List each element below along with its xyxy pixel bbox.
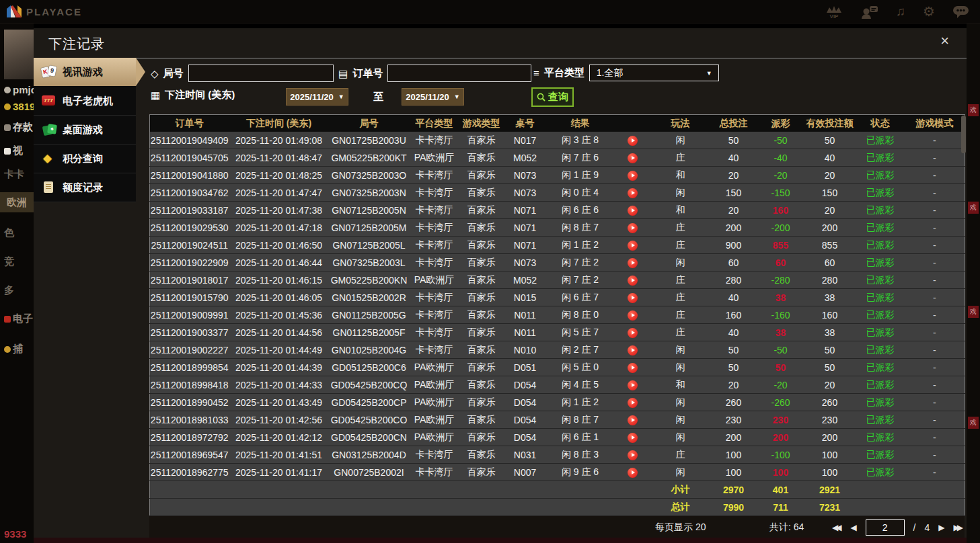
music-note-icon[interactable] [896, 4, 905, 19]
to-label: 至 [373, 91, 383, 103]
grand-total-bet: 7990 [710, 499, 758, 516]
cell-result: 闲 7 庄 6 [547, 149, 614, 167]
cell-round: GD05425B200CO [329, 411, 410, 429]
cell-mode: - [905, 289, 965, 306]
cell-round: GN07125B2005L [329, 237, 410, 254]
query-button[interactable]: 查询 [531, 87, 574, 107]
grand-total-row: 总计79907117231 [150, 499, 965, 516]
play-video-icon[interactable] [628, 258, 638, 268]
close-icon[interactable]: × [940, 34, 949, 48]
table-row: 2511200190033772025-11-20 01:44:56GN0112… [150, 324, 965, 341]
table-row: 2511200190245112025-11-20 01:46:50GN0712… [150, 237, 965, 254]
time-filter-label-group: 下注时间 (美东) [151, 89, 235, 101]
cell-payout: -260 [758, 394, 804, 411]
col-header-11: 派彩 [758, 115, 804, 132]
cell-payout: -40 [758, 149, 804, 167]
cell-mode: - [905, 306, 965, 324]
cell-mode: - [905, 464, 965, 481]
cell-order: 251120018981033 [150, 411, 229, 429]
sidebar-item-doc[interactable]: 额度记录 [34, 173, 136, 202]
cell-order: 251120019022909 [150, 254, 229, 272]
cell-mode: - [905, 341, 965, 359]
play-video-icon[interactable] [628, 433, 638, 443]
next-page-icon[interactable] [938, 521, 944, 534]
vip-crown-icon[interactable]: VIP [825, 4, 843, 19]
play-video-icon[interactable] [628, 310, 638, 321]
date-to-select[interactable]: 2025/11/20 ▼ [402, 88, 464, 106]
cell-platform: PA欧洲厅 [410, 359, 459, 376]
play-video-icon[interactable] [628, 136, 638, 146]
order-input[interactable] [387, 65, 531, 82]
cell-valid: 100 [804, 464, 856, 481]
sidebar-item-table-games[interactable]: 桌面游戏 [34, 116, 136, 144]
cell-bet: 50 [710, 132, 758, 149]
play-video-icon[interactable] [628, 468, 638, 478]
play-video-icon[interactable] [628, 153, 638, 163]
magnifier-icon [537, 93, 545, 101]
date-from-select[interactable]: 2025/11/20 ▼ [286, 88, 348, 106]
cell-platform: PA欧洲厅 [410, 394, 459, 411]
page-number-input[interactable] [866, 519, 905, 536]
bg-badge: 戏 [968, 306, 979, 318]
play-video-icon[interactable] [628, 276, 638, 286]
play-video-icon[interactable] [628, 398, 638, 408]
platform-select[interactable]: 1.全部 ▼ [589, 65, 719, 81]
cell-time: 2025-11-20 01:44:56 [229, 324, 329, 341]
cell-platform: PA欧洲厅 [410, 376, 459, 394]
cell-play: 和 [652, 376, 710, 394]
support-icon[interactable] [861, 5, 878, 19]
cell-table: D054 [504, 411, 547, 429]
play-video-icon[interactable] [628, 188, 638, 198]
cell-table: N031 [504, 446, 547, 464]
play-video-icon[interactable] [628, 415, 638, 425]
bg-item-label: 存款 [13, 121, 33, 134]
col-header-5: 游戏类型 [459, 115, 504, 132]
bg-item: 卡卡 [4, 168, 24, 181]
sidebar-item-gem[interactable]: 积分查询 [34, 144, 136, 173]
last-page-icon[interactable] [954, 521, 963, 534]
cell-status: 已派彩 [856, 132, 905, 149]
cell-video [614, 359, 652, 376]
play-video-icon[interactable] [628, 363, 638, 373]
cell-valid: 20 [804, 167, 856, 184]
cell-video [614, 149, 652, 167]
cell-mode: - [905, 149, 965, 167]
play-video-icon[interactable] [628, 171, 638, 181]
bg-item: 竞 [4, 255, 14, 268]
cell-bet: 260 [710, 394, 758, 411]
cell-valid: 38 [804, 289, 856, 306]
cell-bet: 40 [710, 324, 758, 341]
play-video-icon[interactable] [628, 223, 638, 233]
sidebar-item-cards[interactable]: 视讯游戏 [34, 58, 136, 87]
cell-order: 251120018998418 [150, 376, 229, 394]
col-header-13: 状态 [856, 115, 905, 132]
play-video-icon[interactable] [628, 345, 638, 356]
round-input[interactable] [188, 65, 334, 82]
first-page-icon[interactable] [832, 521, 841, 534]
play-video-icon[interactable] [628, 241, 638, 251]
settings-gear-icon[interactable] [923, 3, 935, 19]
cell-payout: -150 [758, 184, 804, 202]
cell-bet: 20 [710, 202, 758, 219]
cell-status: 已派彩 [856, 411, 905, 429]
table-row: 2511200190229092025-11-20 01:46:44GN0732… [150, 254, 965, 272]
play-video-icon[interactable] [628, 293, 638, 303]
sidebar-item-slot[interactable]: 电子老虎机 [34, 87, 136, 116]
play-video-icon[interactable] [628, 206, 638, 216]
cell-time: 2025-11-20 01:41:51 [229, 446, 329, 464]
cell-status: 已派彩 [856, 324, 905, 341]
bg-badge: 戏 [968, 104, 979, 116]
prev-page-icon[interactable] [850, 521, 856, 534]
chat-bubble-icon[interactable] [952, 5, 969, 19]
cell-play: 庄 [652, 324, 710, 341]
cell-video [614, 429, 652, 446]
cell-status: 已派彩 [856, 359, 905, 376]
cell-mode: - [905, 272, 965, 289]
play-video-icon[interactable] [628, 450, 638, 460]
grand-total-valid: 7231 [804, 499, 856, 516]
brand[interactable]: PLAYACE [0, 5, 82, 17]
play-video-icon[interactable] [628, 328, 638, 338]
sidebar-item-label: 额度记录 [63, 181, 103, 194]
cell-mode: - [905, 237, 965, 254]
play-video-icon[interactable] [628, 380, 638, 390]
